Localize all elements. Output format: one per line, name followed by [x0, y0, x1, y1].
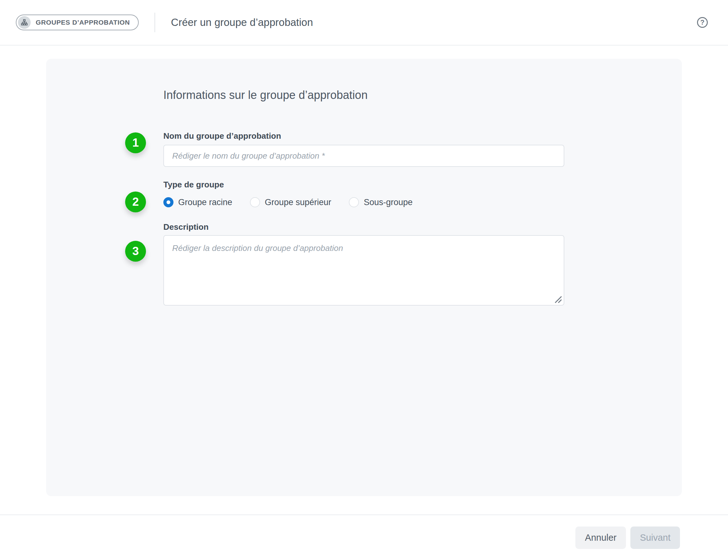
- description-textarea-wrap: [163, 235, 564, 306]
- radio-sous-groupe[interactable]: Sous-groupe: [349, 197, 413, 207]
- radio-label: Groupe racine: [178, 198, 232, 207]
- radio-groupe-superieur[interactable]: Groupe supérieur: [250, 197, 331, 207]
- step-badge-3: 3: [125, 241, 146, 262]
- approval-groups-badge[interactable]: GROUPES D’APPROBATION: [16, 15, 139, 30]
- radio-label: Sous-groupe: [364, 198, 413, 207]
- hierarchy-icon: [18, 16, 31, 29]
- header-divider: [155, 13, 155, 32]
- radio-label: Groupe supérieur: [265, 198, 331, 207]
- cancel-button[interactable]: Annuler: [575, 527, 626, 549]
- radio-groupe-racine[interactable]: Groupe racine: [163, 197, 232, 207]
- page-title: Créer un groupe d’approbation: [171, 16, 313, 28]
- badge-label: GROUPES D’APPROBATION: [36, 19, 130, 26]
- section-title: Informations sur le groupe d’approbation: [163, 88, 682, 102]
- help-icon[interactable]: ?: [697, 17, 708, 28]
- group-name-input[interactable]: [163, 145, 564, 167]
- group-type-radio-group: Groupe racine Groupe supérieur Sous-grou…: [163, 196, 682, 209]
- group-name-label: Nom du groupe d’approbation: [163, 130, 682, 142]
- next-button[interactable]: Suivant: [630, 527, 680, 549]
- description-label: Description: [163, 221, 682, 233]
- description-textarea[interactable]: [163, 235, 564, 306]
- field-group-name: Nom du groupe d’approbation: [163, 130, 682, 167]
- radio-unselected-icon: [250, 197, 260, 207]
- radio-selected-icon: [163, 197, 174, 207]
- step-badge-1: 1: [125, 132, 146, 153]
- resize-handle-icon[interactable]: [554, 295, 562, 303]
- field-group-type: Type de groupe Groupe racine Groupe supé…: [163, 179, 682, 209]
- page-footer: Annuler Suivant: [0, 514, 728, 560]
- group-type-label: Type de groupe: [163, 179, 682, 190]
- field-description: Description: [163, 221, 682, 306]
- page-header: GROUPES D’APPROBATION Créer un groupe d’…: [0, 0, 728, 46]
- form-panel: 1 2 3 Informations sur le groupe d’appro…: [46, 59, 682, 496]
- radio-unselected-icon: [349, 197, 359, 207]
- step-badge-2: 2: [125, 192, 146, 212]
